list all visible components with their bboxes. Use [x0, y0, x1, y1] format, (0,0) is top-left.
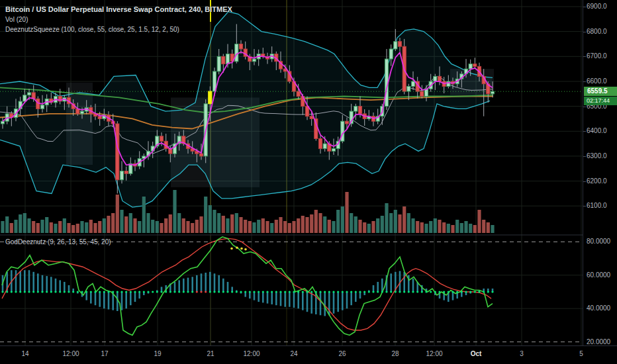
squeeze-dot-green — [68, 291, 70, 293]
time-axis[interactable]: 1412:0017192112:0024262812:00Oct35 — [0, 345, 617, 364]
squeeze-dot-green — [337, 291, 339, 293]
volume-bar — [244, 220, 247, 233]
volume-bar — [182, 218, 185, 233]
candle — [217, 56, 220, 71]
price-axis[interactable]: 6900.06800.06700.06600.06500.06400.06300… — [583, 0, 617, 345]
volume-bar — [50, 222, 53, 233]
volume-bar — [85, 222, 88, 233]
oscillator-axis-label: 80.0000 — [587, 238, 610, 246]
volume-bar — [257, 220, 260, 233]
squeeze-indicator-label[interactable]: DeeznutzSqueeze (100, close, 55, close, … — [5, 26, 179, 33]
time-axis-label: 12:00 — [243, 350, 260, 357]
volume-bar — [455, 220, 459, 233]
signal-dot-yellow — [236, 246, 238, 249]
volume-bar — [363, 222, 366, 233]
volume-bar — [67, 223, 70, 233]
volume-bar — [310, 214, 313, 233]
volume-bar — [71, 225, 75, 233]
squeeze-dot-green — [112, 291, 114, 293]
candle — [389, 49, 393, 59]
symbol-title[interactable]: Bitcoin / US Dollar Perpetual Inverse Sw… — [5, 5, 232, 13]
volume-bar — [336, 210, 340, 233]
squeeze-dot-green — [315, 291, 317, 293]
squeeze-dot-green — [262, 291, 264, 293]
squeeze-dot-green — [125, 291, 127, 293]
volume-bar — [226, 218, 229, 233]
oscillator-indicator-label[interactable]: GodDeeznutz (9, 26, 13, 55, 45, 20) — [5, 238, 111, 246]
squeeze-dot-green — [306, 291, 308, 293]
squeeze-dot-green — [332, 291, 334, 293]
price-axis-label: 6300.0 — [587, 152, 607, 160]
squeeze-dot-green — [430, 291, 432, 293]
signal-dot-yellow — [244, 248, 247, 251]
squeeze-dot-green — [377, 291, 379, 293]
squeeze-dot-green — [240, 291, 242, 293]
candle — [438, 76, 441, 81]
volume-bar — [345, 192, 348, 233]
squeeze-dot-green — [434, 291, 436, 293]
volume-bar — [442, 222, 446, 233]
volume-bar — [305, 217, 308, 233]
candle — [297, 91, 300, 97]
squeeze-dot-green — [474, 291, 476, 293]
price-axis-label: 6900.0 — [587, 3, 607, 11]
candle — [124, 171, 128, 174]
volume-bar — [389, 213, 393, 233]
candle — [27, 93, 30, 95]
volume-bar — [354, 216, 357, 233]
squeeze-dot-green — [279, 291, 281, 293]
volume-bar — [142, 197, 146, 233]
candle — [80, 111, 83, 114]
volume-bar — [111, 213, 115, 233]
candle — [116, 124, 119, 180]
price-axis-tick — [583, 156, 586, 157]
volume-bar — [54, 224, 57, 233]
volume-bar — [19, 214, 22, 233]
oscillator-axis-label: 40.0000 — [587, 304, 610, 312]
price-axis-tick — [583, 56, 586, 57]
price-axis-tick — [583, 107, 586, 107]
squeeze-dot-green — [328, 291, 330, 293]
time-axis-label: 21 — [207, 350, 214, 357]
squeeze-dot-green — [395, 291, 397, 293]
price-axis-label: 6200.0 — [587, 177, 607, 185]
volume-bar — [177, 213, 181, 233]
volume-bar — [235, 213, 238, 233]
volume-bar — [40, 220, 44, 233]
candle — [411, 81, 414, 87]
volume-bar — [230, 214, 234, 233]
time-axis-label: 14 — [21, 350, 28, 357]
candle — [473, 64, 477, 67]
candle — [199, 154, 203, 156]
volume-bar — [199, 216, 203, 233]
price-axis-tick — [583, 206, 586, 206]
volume-bar — [1, 221, 4, 233]
squeeze-dot-green — [156, 291, 158, 293]
squeeze-dot-green — [438, 291, 440, 293]
squeeze-dot-green — [28, 291, 30, 293]
squeeze-dot-green — [24, 291, 26, 293]
candle — [491, 91, 494, 94]
squeeze-dot-green — [289, 291, 291, 293]
squeeze-dot-green — [15, 291, 17, 293]
price-axis-label: 6400.0 — [587, 127, 607, 135]
signal-dot-yellow — [230, 248, 233, 250]
squeeze-dot-green — [46, 291, 48, 293]
squeeze-dot-green — [134, 291, 136, 293]
bollinger-fill — [0, 12, 493, 208]
volume-bar — [156, 221, 159, 233]
squeeze-dot-green — [103, 291, 105, 293]
squeeze-dot-green — [253, 291, 255, 293]
time-axis-label: 3 — [520, 350, 524, 357]
squeeze-dot-green — [143, 291, 145, 293]
candle — [160, 136, 163, 142]
squeeze-dot-green — [483, 291, 485, 293]
volume-indicator-label[interactable]: Vol (20) — [5, 16, 28, 23]
chart-canvas[interactable] — [0, 0, 617, 364]
oscillator-axis-label: 60.0000 — [587, 271, 610, 279]
squeeze-dot-green — [346, 291, 348, 293]
squeeze-dot-green — [359, 291, 361, 293]
volume-bar — [376, 218, 379, 233]
price-axis-label: 6600.0 — [587, 77, 607, 85]
squeeze-dot-green — [416, 291, 418, 293]
